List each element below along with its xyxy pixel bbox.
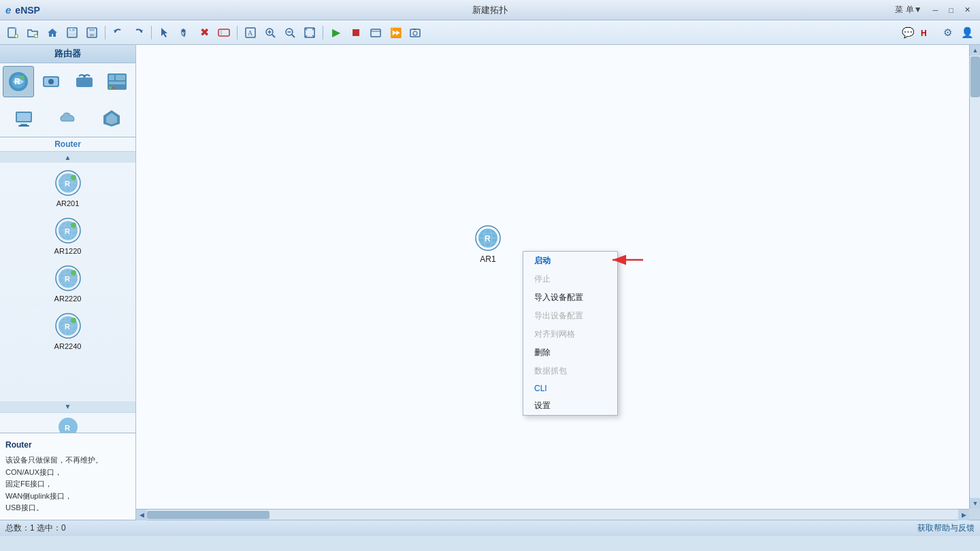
toolbar-redo[interactable] [129, 24, 147, 41]
app-logo: e [5, 4, 11, 16]
scroll-corner [969, 509, 980, 520]
ctx-stop: 停止 [523, 270, 617, 288]
ctx-import-config[interactable]: 导入设备配置 [523, 288, 617, 307]
router-list-scroll-up[interactable]: ▲ [0, 152, 135, 163]
svg-point-34 [413, 31, 417, 35]
svg-rect-10 [71, 29, 72, 31]
svg-rect-49 [109, 82, 125, 84]
router-item-AR2240-label: AR2240 [54, 342, 82, 350]
toolbar-open[interactable] [24, 24, 42, 41]
toolbar-sep3 [237, 26, 238, 39]
toolbar-undo[interactable] [110, 24, 127, 41]
toolbar-run[interactable]: ▶ [327, 24, 345, 41]
toolbar-settings[interactable]: ⚙ [938, 24, 956, 41]
device-icon-router1[interactable]: R [3, 66, 34, 97]
toolbar-stop[interactable]: ⏹ [347, 24, 365, 41]
svg-text:H: H [921, 29, 927, 38]
v-scroll-thumb[interactable] [970, 56, 980, 97]
toolbar-zoomout[interactable] [281, 24, 299, 41]
v-scroll-up-btn[interactable]: ▲ [970, 45, 980, 56]
svg-point-65 [71, 175, 76, 180]
svg-line-24 [272, 35, 275, 37]
router-item-AR1220-label: AR1220 [54, 247, 82, 255]
toolbar-screenshot[interactable] [406, 24, 424, 41]
canvas-device-AR1[interactable]: R AR1 [473, 223, 503, 264]
svg-text:R: R [14, 77, 20, 86]
device-icon-router2[interactable] [35, 66, 67, 97]
toolbar-hand[interactable] [176, 24, 193, 41]
router-list-scroll-down[interactable]: ▼ [0, 401, 135, 412]
svg-text:R: R [65, 275, 70, 283]
router-item-AR201[interactable]: R AR201 [41, 165, 95, 210]
canvas-area[interactable]: R AR1 启动 停止 导入设备配置 导出设备配置 对齐到网格 删除 数据抓包 … [136, 45, 969, 509]
svg-point-89 [71, 318, 76, 323]
toolbar-zoomin[interactable] [261, 24, 279, 41]
v-scroll-track [970, 56, 980, 498]
toolbar-fit[interactable] [301, 24, 318, 41]
canvas-wrapper: ▲ ▼ R AR1 [136, 45, 980, 520]
ctx-delete[interactable]: 删除 [523, 344, 617, 362]
svg-point-73 [71, 222, 76, 228]
h-scroll-thumb[interactable] [147, 511, 270, 519]
ctx-start[interactable]: 启动 [523, 252, 617, 270]
titlebar: e eNSP 新建拓扑 菜 单▼ ─ □ ✕ [0, 0, 980, 20]
router-item-AR2220[interactable]: R AR2220 [41, 261, 95, 305]
device-type-grid: R [0, 63, 135, 100]
ctx-settings[interactable]: 设置 [523, 397, 617, 415]
context-menu: 启动 停止 导入设备配置 导出设备配置 对齐到网格 删除 数据抓包 CLI 设置 [523, 251, 618, 416]
svg-rect-53 [17, 113, 31, 121]
svg-point-43 [48, 79, 54, 84]
toolbar-delete[interactable]: ✖ [195, 24, 213, 41]
svg-rect-55 [18, 125, 29, 127]
horizontal-scrollbar[interactable]: ◀ ▶ [136, 509, 969, 520]
svg-point-50 [109, 86, 112, 89]
router-item-AR2240[interactable]: R AR2240 [41, 308, 95, 353]
svg-line-28 [292, 35, 295, 37]
svg-text:A: A [248, 29, 253, 37]
close-button[interactable]: ✕ [960, 4, 975, 16]
h-scroll-left-btn[interactable]: ◀ [136, 510, 147, 520]
menu-button[interactable]: 菜 单▼ [891, 3, 926, 17]
toolbar-chat[interactable]: 💬 [899, 24, 917, 41]
svg-point-51 [112, 86, 115, 89]
svg-rect-47 [109, 75, 114, 80]
device-icon-pc[interactable] [3, 103, 45, 134]
toolbar-home[interactable] [44, 24, 61, 41]
router-item-AR1220[interactable]: R AR1220 [41, 213, 95, 258]
device-icon-wireless[interactable] [69, 66, 100, 97]
minimize-button[interactable]: ─ [929, 5, 943, 16]
info-panel: Router 该设备只做保留，不再维护。 CON/AUX接口， 固定FE接口， … [0, 433, 135, 520]
toolbar-forward[interactable]: ⏩ [387, 24, 404, 41]
v-scroll-down-btn[interactable]: ▼ [970, 498, 980, 509]
toolbar-eraser[interactable] [215, 24, 233, 41]
maximize-button[interactable]: □ [945, 5, 958, 16]
category-header: 路由器 [0, 45, 135, 63]
svg-rect-13 [89, 28, 95, 31]
status-count: 总数：1 选中：0 [5, 522, 66, 534]
svg-text:as: as [90, 33, 94, 37]
ctx-export-config: 导出设备配置 [523, 307, 617, 325]
toolbar-saveas[interactable]: as [83, 24, 101, 41]
h-scroll-track [147, 510, 958, 520]
help-link[interactable]: 获取帮助与反馈 [917, 522, 975, 534]
toolbar-huawei[interactable]: H [919, 24, 936, 41]
toolbar-new[interactable] [4, 24, 22, 41]
statusbar: 总数：1 选中：0 获取帮助与反馈 [0, 520, 980, 536]
svg-rect-19 [218, 29, 229, 36]
h-scroll-right-btn[interactable]: ▶ [958, 510, 969, 520]
device-icon-firewall[interactable] [101, 66, 133, 97]
svg-rect-31 [371, 29, 380, 37]
toolbar-capture[interactable] [367, 24, 385, 41]
toolbar-account[interactable]: 👤 [958, 24, 976, 41]
svg-marker-18 [161, 28, 167, 37]
toolbar-save[interactable] [63, 24, 81, 41]
router-item-AR2220-label: AR2220 [54, 295, 82, 303]
toolbar-textbox[interactable]: A [242, 24, 259, 41]
device-icon-switch[interactable] [91, 103, 133, 134]
toolbar-select[interactable] [156, 24, 174, 41]
svg-point-40 [20, 76, 24, 80]
device-icon-cloud[interactable] [46, 103, 88, 134]
svg-point-45 [83, 75, 86, 78]
vertical-scrollbar[interactable]: ▲ ▼ [969, 45, 980, 509]
ctx-cli[interactable]: CLI [523, 380, 617, 397]
